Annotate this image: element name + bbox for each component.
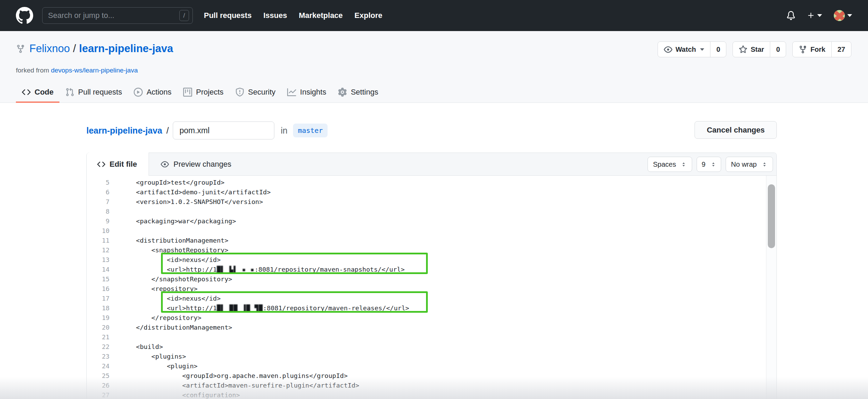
chevron-down-icon [817, 14, 822, 17]
tab-label: Insights [300, 88, 326, 97]
filename-input[interactable] [173, 121, 274, 139]
tab-insights[interactable]: Insights [281, 83, 332, 103]
code-text: <configuration> [110, 390, 240, 399]
repo-title-separator: / [73, 42, 76, 55]
tab-code[interactable]: Code [16, 83, 59, 103]
code-text: <artifactId>demo-junit</artifactId> [110, 187, 271, 197]
code-line[interactable]: 25 <groupId>org.apache.maven.plugins</gr… [87, 371, 766, 381]
code-editor-area[interactable]: 5 <groupId>test</groupId>6 <artifactId>d… [87, 176, 766, 399]
star-icon [739, 45, 747, 54]
indent-size-select[interactable]: 9 [697, 157, 721, 172]
tab-edit-file[interactable]: Edit file [87, 153, 149, 176]
repo-title: Felixnoo / learn-pipeline-java [16, 42, 173, 55]
code-line[interactable]: 10 [87, 226, 766, 236]
code-line[interactable]: 20 </distributionManagement> [87, 323, 766, 332]
repo-forked-icon [16, 44, 25, 53]
code-line[interactable]: 14 <url>http://1█▌ ▙▌ ▪ ▪:8081/repositor… [87, 265, 766, 274]
code-line[interactable]: 21 [87, 332, 766, 342]
code-line[interactable]: 26 <artifactId>maven-surefire-plugin</ar… [87, 381, 766, 390]
wrap-mode-select[interactable]: No wrap [726, 157, 773, 172]
tab-label: Projects [196, 88, 223, 97]
code-line[interactable]: 8 [87, 207, 766, 216]
code-text [110, 226, 121, 236]
github-logo-icon[interactable] [16, 7, 33, 24]
code-line[interactable]: 23 <plugins> [87, 352, 766, 361]
line-number: 24 [87, 361, 110, 371]
tab-actions[interactable]: Actions [128, 83, 177, 103]
graph-icon [287, 88, 296, 97]
fork-count[interactable]: 27 [831, 42, 851, 57]
code-line[interactable]: 6 <artifactId>demo-junit</artifactId> [87, 187, 766, 197]
tab-label: Code [35, 88, 54, 97]
code-line[interactable]: 24 <plugin> [87, 361, 766, 371]
code-line[interactable]: 12 <snapshotRepository> [87, 245, 766, 255]
avatar[interactable] [834, 10, 845, 21]
redacted-ip: █▌ ██ ▐█ ▜█ [217, 304, 263, 312]
file-editor: Edit file Preview changes Spaces 9 No wr… [86, 153, 777, 399]
tab-label: Security [248, 88, 275, 97]
nav-pull-requests[interactable]: Pull requests [204, 11, 252, 20]
cancel-changes-button[interactable]: Cancel changes [695, 121, 777, 139]
code-text: <packaging>war</packaging> [110, 216, 236, 226]
watch-count[interactable]: 0 [710, 42, 726, 57]
editor-scrollbar-track[interactable] [766, 176, 776, 399]
line-number: 11 [87, 236, 110, 245]
code-line[interactable]: 17 <id>nexus</id> [87, 294, 766, 303]
code-line[interactable]: 7 <version>1.0.2-SNAPSHOT</version> [87, 197, 766, 207]
code-line[interactable]: 13 <id>nexus</id> [87, 255, 766, 265]
tab-pull-requests[interactable]: Pull requests [59, 83, 128, 103]
code-text: <distributionManagement> [110, 236, 228, 245]
wrap-mode-value: No wrap [731, 160, 757, 168]
star-count[interactable]: 0 [770, 42, 786, 57]
create-new-menu[interactable] [807, 12, 822, 19]
line-number: 20 [87, 323, 110, 332]
code-line[interactable]: 15 </snapshotRepository> [87, 274, 766, 284]
code-text: </snapshotRepository> [110, 274, 232, 284]
global-search[interactable]: / [42, 7, 193, 24]
code-line[interactable]: 18 <url>http://1█▌ ██ ▐█ ▜█:8081/reposit… [87, 303, 766, 313]
breadcrumb-repo-link[interactable]: learn-pipeline-java [86, 126, 162, 136]
editor-scrollbar-thumb[interactable] [768, 184, 775, 248]
code-text: </repository> [110, 313, 201, 323]
nav-explore[interactable]: Explore [355, 11, 383, 20]
tab-projects[interactable]: Projects [177, 83, 229, 103]
play-icon [134, 88, 143, 97]
code-icon [97, 160, 105, 168]
preview-changes-label: Preview changes [173, 160, 232, 169]
repo-owner-link[interactable]: Felixnoo [29, 42, 70, 55]
fork-button-group: Fork 27 [792, 41, 851, 57]
line-number: 12 [87, 245, 110, 255]
line-number: 5 [87, 178, 110, 187]
tab-security[interactable]: Security [229, 83, 281, 103]
line-number: 7 [87, 197, 110, 207]
shield-icon [235, 88, 244, 97]
code-text: <id>nexus</id> [110, 255, 221, 265]
nav-marketplace[interactable]: Marketplace [299, 11, 343, 20]
tab-preview-changes[interactable]: Preview changes [161, 160, 232, 169]
code-line[interactable]: 9 <packaging>war</packaging> [87, 216, 766, 226]
navbar-links: Pull requests Issues Marketplace Explore [204, 11, 383, 20]
code-text: <url>http://1█▌ ██ ▐█ ▜█:8081/repository… [110, 303, 409, 313]
code-line[interactable]: 22 <build> [87, 342, 766, 352]
code-line[interactable]: 16 <repository> [87, 284, 766, 294]
forked-from-link[interactable]: devops-ws/learn-pipeline-java [51, 67, 138, 74]
code-line[interactable]: 11 <distributionManagement> [87, 236, 766, 245]
line-number: 21 [87, 332, 110, 342]
chevron-down-icon [700, 48, 704, 51]
search-input[interactable] [48, 11, 179, 20]
code-line[interactable]: 5 <groupId>test</groupId> [87, 178, 766, 187]
fork-button[interactable]: Fork [793, 42, 831, 57]
code-line[interactable]: 27 <configuration> [87, 390, 766, 399]
nav-issues[interactable]: Issues [263, 11, 287, 20]
indent-mode-select[interactable]: Spaces [648, 157, 692, 172]
chevron-down-icon [847, 14, 852, 17]
repo-name-link[interactable]: learn-pipeline-java [79, 42, 173, 55]
tab-label: Settings [351, 88, 378, 97]
star-button[interactable]: Star [733, 42, 770, 57]
user-menu[interactable] [834, 10, 852, 21]
notifications-bell-icon[interactable] [786, 11, 795, 20]
code-text: <plugin> [110, 361, 198, 371]
tab-settings[interactable]: Settings [332, 83, 384, 103]
code-line[interactable]: 19 </repository> [87, 313, 766, 323]
watch-button[interactable]: Watch [658, 42, 710, 57]
